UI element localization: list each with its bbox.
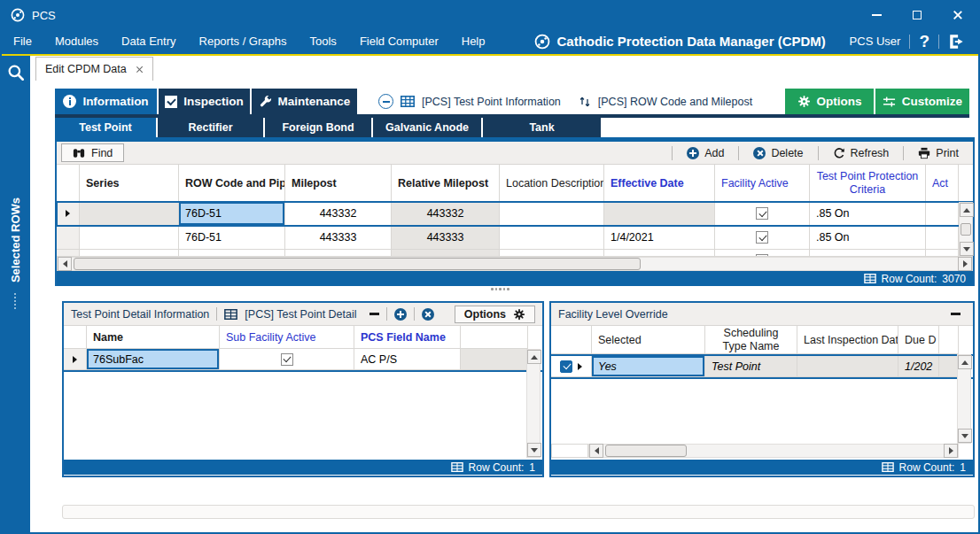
delete-detail-icon[interactable] [422, 308, 434, 321]
col-location-description[interactable]: Location Description [500, 165, 604, 202]
col-relative-milepost[interactable]: Relative Milepost [392, 165, 500, 202]
col-row-code-and-pipe[interactable]: ROW Code and Pipe [179, 165, 285, 202]
menu-item-help[interactable]: Help [450, 35, 497, 48]
scroll-down-button[interactable] [958, 429, 972, 443]
scroll-up-button[interactable] [958, 355, 972, 369]
detail-options-button[interactable]: Options [455, 306, 535, 323]
menu-item-reports-graphs[interactable]: Reports / Graphs [188, 35, 299, 48]
add-button[interactable]: Add [673, 142, 738, 165]
col-selected[interactable]: Selected [592, 326, 705, 354]
add-detail-icon[interactable] [394, 308, 407, 321]
tab-edit-cpdm-data[interactable]: Edit CPDM Data [35, 57, 153, 81]
scroll-down-button[interactable] [527, 443, 541, 457]
col-pcs-field-name[interactable]: PCS Field Name [354, 326, 461, 349]
tab-tank[interactable]: Tank [483, 118, 601, 137]
menu-item-tools[interactable]: Tools [299, 35, 348, 48]
minimize-icon [872, 14, 882, 16]
bottom-collapsed-panel[interactable] [62, 505, 975, 519]
scroll-corner-box [551, 444, 588, 458]
collapse-panel-icon[interactable] [951, 313, 961, 315]
grid-horizontal-scrollbar[interactable] [57, 257, 973, 271]
tab-test-point[interactable]: Test Point [55, 118, 156, 137]
divider [909, 35, 910, 49]
col-last-inspection-date[interactable]: Last Inspection Date [797, 326, 898, 354]
scroll-down-button[interactable] [960, 242, 974, 256]
tab-inspection[interactable]: Inspection [159, 89, 250, 114]
tab-close-icon[interactable] [136, 66, 144, 74]
menu-item-modules[interactable]: Modules [43, 35, 110, 48]
scroll-right-button[interactable] [944, 444, 958, 458]
find-button[interactable]: Find [61, 143, 124, 162]
col-series[interactable]: Series [80, 165, 179, 202]
menu-item-file[interactable]: File [2, 35, 43, 48]
sub-facility-active-checkbox[interactable] [281, 353, 293, 366]
customize-button[interactable]: Customize [875, 89, 969, 114]
facility-active-checkbox[interactable] [756, 231, 768, 244]
col-scheduling-type-name[interactable]: Scheduling Type Name [705, 326, 797, 354]
row-marker-icon [578, 363, 582, 370]
collapse-panel-icon[interactable] [369, 313, 379, 315]
help-button[interactable]: ? [919, 32, 929, 51]
detail-vertical-scrollbar[interactable] [526, 349, 541, 458]
scroll-right-button[interactable] [958, 257, 972, 271]
col-milepost[interactable]: Milepost [285, 165, 392, 202]
facility-active-checkbox[interactable] [756, 207, 768, 220]
table-row[interactable]: Yes Test Point 1/202 [551, 354, 973, 379]
logout-icon[interactable] [948, 34, 966, 50]
col-effective-date[interactable]: Effective Date [604, 165, 715, 202]
refresh-button[interactable]: Refresh [819, 142, 904, 165]
current-user[interactable]: PCS User [850, 35, 901, 48]
grid-row-count-bar: Row Count: 3070 [57, 271, 973, 286]
row-selected-checkbox[interactable] [560, 360, 572, 373]
override-horizontal-scrollbar[interactable] [588, 444, 959, 458]
tab-maintenance[interactable]: Maintenance [252, 89, 357, 114]
scroll-left-button[interactable] [589, 444, 603, 458]
options-button[interactable]: Options [785, 89, 874, 114]
selected-rows-sidebar[interactable]: Selected ROWs [2, 56, 30, 532]
scroll-left-button[interactable] [58, 257, 72, 271]
scroll-up-button[interactable] [960, 203, 974, 217]
maximize-button[interactable] [897, 2, 937, 28]
selected-cell[interactable]: 76SubFac [87, 349, 220, 370]
col-act[interactable]: Act [926, 165, 959, 202]
grid-vertical-scrollbar[interactable] [959, 202, 973, 257]
table-row[interactable]: 76D-51 443332 443332 .85 On [57, 202, 973, 226]
selected-cell[interactable]: Yes [592, 356, 705, 377]
test-point-grid: Series ROW Code and Pipe Milepost Relati… [57, 165, 973, 257]
detail-panel-header: Test Point Detail Information [PCS] Test… [64, 303, 542, 326]
sidebar-grip[interactable] [14, 293, 16, 309]
menu-item-data-entry[interactable]: Data Entry [110, 35, 187, 48]
col-facility-active[interactable]: Facility Active [715, 165, 810, 202]
col-name[interactable]: Name [87, 326, 220, 349]
tab-galvanic-anode[interactable]: Galvanic Anode [373, 118, 481, 137]
menu-item-field-computer[interactable]: Field Computer [348, 35, 450, 48]
table-row[interactable]: 76D-51 443333 443333 1/4/2021 .85 On [57, 226, 973, 250]
tab-foreign-bond[interactable]: Foreign Bond [265, 118, 371, 137]
sliders-icon [883, 96, 896, 108]
col-sub-facility-active[interactable]: Sub Facility Active [220, 326, 354, 349]
col-test-point-protection-criteria[interactable]: Test Point Protection Criteria [810, 165, 926, 202]
splitter-handle[interactable] [491, 288, 509, 290]
delete-button[interactable]: Delete [739, 142, 817, 165]
tab-information[interactable]: Information [55, 89, 157, 114]
override-panel-title: Facility Level Override [558, 308, 668, 321]
table-row[interactable]: 76SubFac AC P/S [64, 349, 542, 372]
grid-toolbar: Find Add Delete Refresh [57, 142, 973, 165]
close-button[interactable] [937, 2, 978, 28]
collapse-icon[interactable] [378, 94, 393, 109]
doc-tab-label: Edit CPDM Data [45, 63, 127, 75]
scroll-up-button[interactable] [527, 350, 541, 364]
menubar: File Modules Data Entry Reports / Graphs… [2, 28, 978, 54]
override-row-count-bar: Row Count: 1 [551, 460, 973, 475]
selected-cell[interactable]: 76D-51 [179, 202, 285, 226]
override-vertical-scrollbar[interactable] [957, 354, 971, 444]
print-button[interactable]: Print [904, 142, 973, 165]
minimize-button[interactable] [856, 2, 897, 28]
table-icon [401, 96, 415, 107]
tab-rectifier[interactable]: Rectifier [158, 118, 263, 137]
col-due-date[interactable]: Due D [898, 326, 939, 354]
search-icon[interactable] [6, 63, 26, 82]
options-button-label: Options [817, 95, 862, 108]
divider [938, 35, 939, 49]
pcs-logo-icon [11, 8, 25, 22]
